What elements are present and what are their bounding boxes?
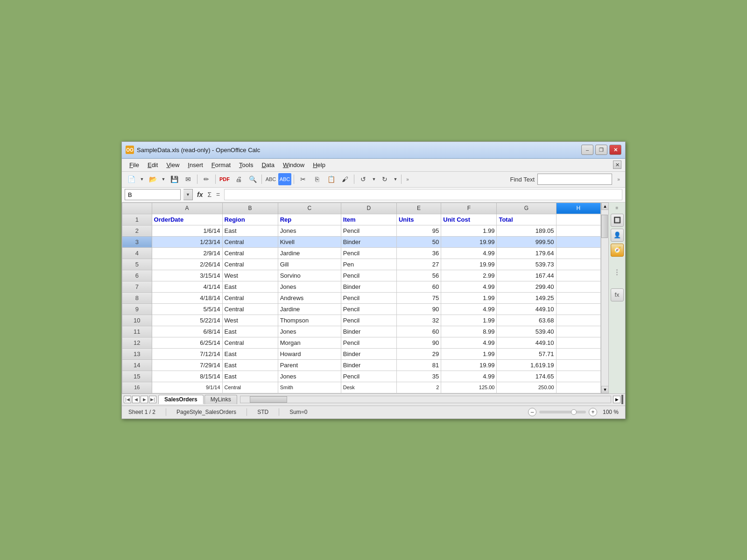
cell-d4[interactable]: Pencil <box>341 247 396 259</box>
cell-c5[interactable]: Gill <box>278 259 341 270</box>
sidebar-fx-icon[interactable]: fx <box>611 288 624 301</box>
menu-format[interactable]: Format <box>208 161 234 169</box>
cell-a9[interactable]: 5/5/14 <box>152 303 222 315</box>
cell-e9[interactable]: 90 <box>396 303 441 315</box>
cell-f9[interactable]: 4.99 <box>441 303 497 315</box>
cell-h12[interactable] <box>556 337 600 348</box>
cut-button[interactable]: ✂ <box>296 173 310 185</box>
sidebar-icon-2[interactable]: 👤 <box>611 229 624 242</box>
cell-a12[interactable]: 6/25/14 <box>152 337 222 348</box>
open-dropdown[interactable]: ▼ <box>160 173 167 185</box>
cell-a5[interactable]: 2/26/14 <box>152 259 222 270</box>
undo-button[interactable]: ↺ <box>357 173 370 185</box>
redo-dropdown[interactable]: ▼ <box>392 173 399 185</box>
find-text-input[interactable] <box>537 174 612 185</box>
col-header-A[interactable]: A <box>152 203 222 214</box>
cell-h3[interactable] <box>556 236 600 247</box>
menu-tools[interactable]: Tools <box>235 161 257 169</box>
cell-c3[interactable]: Kivell <box>278 236 341 247</box>
cell-d14[interactable]: Binder <box>341 359 396 371</box>
cell-e7[interactable]: 60 <box>396 281 441 292</box>
autocorrect-button[interactable]: ABC <box>278 173 291 185</box>
cell-c11[interactable]: Jones <box>278 326 341 337</box>
menu-file[interactable]: File <box>126 161 143 169</box>
cell-d8[interactable]: Pencil <box>341 292 396 303</box>
cell-h9[interactable] <box>556 303 600 315</box>
cell-g11[interactable]: 539.40 <box>497 326 556 337</box>
cell-g3[interactable]: 999.50 <box>497 236 556 247</box>
cell-d6[interactable]: Pencil <box>341 270 396 281</box>
menu-view[interactable]: View <box>162 161 183 169</box>
cell-f3[interactable]: 19.99 <box>441 236 497 247</box>
cell-e5[interactable]: 27 <box>396 259 441 270</box>
menu-data[interactable]: Data <box>258 161 278 169</box>
cell-h11[interactable] <box>556 326 600 337</box>
cell-g6[interactable]: 167.44 <box>497 270 556 281</box>
tab-nav-last[interactable]: ▶| <box>149 396 156 403</box>
cell-f6[interactable]: 2.99 <box>441 270 497 281</box>
cell-c15[interactable]: Jones <box>278 371 341 382</box>
cell-a1[interactable]: OrderDate <box>152 214 222 225</box>
find-toolbar-more[interactable]: » <box>615 173 622 185</box>
save-button[interactable]: 💾 <box>168 173 181 185</box>
cell-e14[interactable]: 81 <box>396 359 441 371</box>
cell-c7[interactable]: Jones <box>278 281 341 292</box>
cell-b12[interactable]: Central <box>222 337 278 348</box>
cell-a3[interactable]: 1/23/14 <box>152 236 222 247</box>
fx-icon[interactable]: fx <box>196 191 204 198</box>
email-button[interactable]: ✉ <box>182 173 195 185</box>
menu-edit[interactable]: Edit <box>144 161 162 169</box>
cell-h16[interactable] <box>556 382 600 393</box>
cell-f7[interactable]: 4.99 <box>441 281 497 292</box>
zoom-plus-button[interactable]: + <box>589 408 597 416</box>
cell-f15[interactable]: 4.99 <box>441 371 497 382</box>
cell-a14[interactable]: 7/29/14 <box>152 359 222 371</box>
cell-f5[interactable]: 19.99 <box>441 259 497 270</box>
cell-b4[interactable]: Central <box>222 247 278 259</box>
cell-b7[interactable]: East <box>222 281 278 292</box>
restore-button[interactable]: ❐ <box>595 145 607 155</box>
new-button[interactable]: 📄 <box>125 173 138 185</box>
cell-f10[interactable]: 1.99 <box>441 315 497 326</box>
cell-b13[interactable]: East <box>222 348 278 359</box>
format-paint[interactable]: 🖌 <box>338 173 352 185</box>
menu-window[interactable]: Window <box>279 161 308 169</box>
col-header-B[interactable]: B <box>222 203 278 214</box>
cell-b14[interactable]: East <box>222 359 278 371</box>
cell-h7[interactable] <box>556 281 600 292</box>
cell-f12[interactable]: 4.99 <box>441 337 497 348</box>
menu-close-button[interactable]: ✕ <box>613 161 621 169</box>
name-box[interactable]: B <box>125 189 181 200</box>
open-button[interactable]: 📂 <box>146 173 159 185</box>
cell-b8[interactable]: Central <box>222 292 278 303</box>
sidebar-compass-icon[interactable]: 🧭 <box>611 244 624 257</box>
cell-g15[interactable]: 174.65 <box>497 371 556 382</box>
dropdown-arrow[interactable]: ▼ <box>139 173 145 185</box>
cell-g1[interactable]: Total <box>497 214 556 225</box>
cell-b5[interactable]: Central <box>222 259 278 270</box>
cell-c8[interactable]: Andrews <box>278 292 341 303</box>
close-button[interactable]: ✕ <box>609 145 621 155</box>
equals-icon[interactable]: = <box>215 191 221 198</box>
tab-nav-first[interactable]: |◀ <box>124 396 131 403</box>
cell-d5[interactable]: Pen <box>341 259 396 270</box>
cell-e12[interactable]: 90 <box>396 337 441 348</box>
col-header-E[interactable]: E <box>396 203 441 214</box>
tab-nav-prev[interactable]: ◀ <box>132 396 140 403</box>
cell-f4[interactable]: 4.99 <box>441 247 497 259</box>
cell-h1[interactable] <box>556 214 600 225</box>
cell-e3[interactable]: 50 <box>396 236 441 247</box>
col-header-G[interactable]: G <box>497 203 556 214</box>
cell-g8[interactable]: 149.25 <box>497 292 556 303</box>
cell-e4[interactable]: 36 <box>396 247 441 259</box>
cell-e1[interactable]: Units <box>396 214 441 225</box>
sidebar-collapse-icon[interactable]: ≡ <box>613 204 621 212</box>
cell-e10[interactable]: 32 <box>396 315 441 326</box>
cell-f14[interactable]: 19.99 <box>441 359 497 371</box>
cell-f16[interactable]: 125.00 <box>441 382 497 393</box>
cell-d16[interactable]: Desk <box>341 382 396 393</box>
cell-b2[interactable]: East <box>222 225 278 236</box>
vertical-scrollbar[interactable]: ▲ ▼ <box>601 203 608 393</box>
preview-button[interactable]: 🔍 <box>246 173 259 185</box>
cell-a7[interactable]: 4/1/14 <box>152 281 222 292</box>
